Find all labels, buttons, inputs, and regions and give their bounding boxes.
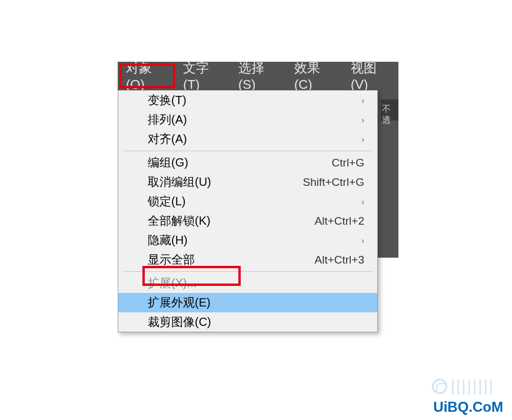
menu-item-crop-image[interactable]: 裁剪图像(C) (118, 312, 377, 332)
menu-label: 显示全部 (148, 252, 315, 268)
menu-shortcut: Alt+Ctrl+3 (315, 254, 364, 266)
menu-label: 编组(G) (148, 155, 332, 171)
menu-label: 排列(A) (148, 112, 361, 128)
menu-item-expand: 扩展(X)... (118, 274, 377, 293)
menu-label: 变换(T) (148, 92, 361, 108)
menu-label: 对齐(A) (148, 131, 361, 147)
watermark-text: UiBQ.CoM (433, 399, 503, 415)
menu-label: 裁剪图像(C) (148, 314, 364, 330)
watermark-circle-icon (432, 379, 447, 394)
chevron-right-icon: › (361, 236, 364, 245)
menu-item-arrange[interactable]: 排列(A) › (118, 110, 377, 129)
side-panel-label: 不透 (381, 99, 398, 121)
menu-item-show-all[interactable]: 显示全部 Alt+Ctrl+3 (118, 250, 377, 269)
menu-separator (123, 151, 373, 151)
watermark-decoration: |||||||| (432, 376, 494, 395)
menu-label: 锁定(L) (148, 194, 361, 209)
menu-item-group[interactable]: 编组(G) Ctrl+G (118, 153, 377, 172)
chevron-right-icon: › (361, 96, 364, 105)
chevron-right-icon: › (361, 135, 364, 144)
menu-item-unlock-all[interactable]: 全部解锁(K) Alt+Ctrl+2 (118, 211, 377, 231)
menu-label: 隐藏(H) (148, 232, 361, 248)
menu-item-hide[interactable]: 隐藏(H) › (118, 231, 377, 250)
object-dropdown-menu: 变换(T) › 排列(A) › 对齐(A) › 编组(G) Ctrl+G 取消编… (118, 90, 378, 332)
menu-item-ungroup[interactable]: 取消编组(U) Shift+Ctrl+G (118, 172, 377, 192)
menu-label: 取消编组(U) (148, 174, 302, 190)
menubar: 对象(O) 文字(T) 选择(S) 效果(C) 视图(V) (118, 62, 398, 90)
menu-label: 全部解锁(K) (148, 213, 315, 229)
menu-label: 扩展外观(E) (148, 295, 364, 311)
chevron-right-icon: › (361, 115, 364, 125)
menu-item-transform[interactable]: 变换(T) › (118, 91, 377, 110)
menu-shortcut: Alt+Ctrl+2 (315, 215, 364, 228)
menu-separator (123, 271, 373, 272)
menu-shortcut: Ctrl+G (332, 156, 364, 169)
chevron-right-icon: › (361, 197, 364, 206)
menu-label: 扩展(X)... (148, 275, 364, 291)
menu-item-align[interactable]: 对齐(A) › (118, 129, 377, 149)
app-window: 对象(O) 文字(T) 选择(S) 效果(C) 视图(V) 不透 变换(T) ›… (118, 62, 398, 342)
menu-item-expand-appearance[interactable]: 扩展外观(E) (118, 293, 377, 312)
menu-item-lock[interactable]: 锁定(L) › (118, 192, 377, 211)
menu-shortcut: Shift+Ctrl+G (302, 176, 364, 189)
